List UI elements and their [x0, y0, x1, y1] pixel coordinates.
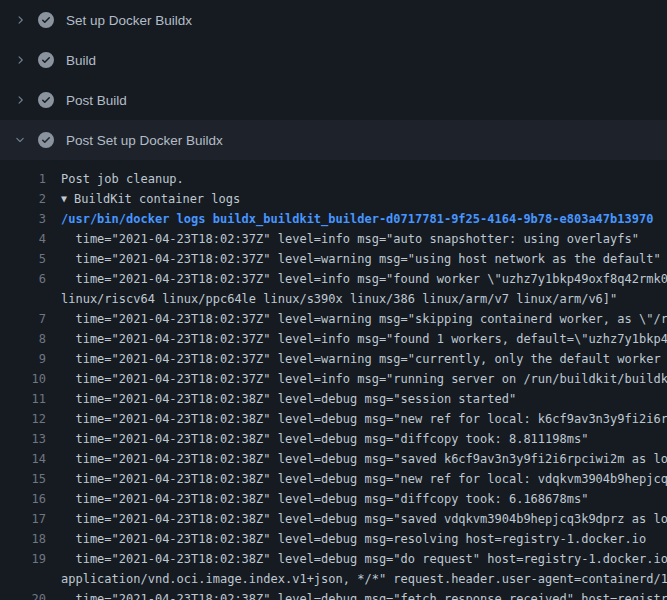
log-line: 20 time="2021-04-23T18:02:38Z" level=deb…: [0, 589, 667, 600]
log-line: 4 time="2021-04-23T18:02:37Z" level=info…: [0, 229, 667, 249]
collapse-triangle-icon: ▼: [61, 189, 67, 209]
line-number[interactable]: 16: [0, 489, 46, 509]
log-text: time="2021-04-23T18:02:37Z" level=warnin…: [61, 349, 667, 369]
log-line: 8 time="2021-04-23T18:02:37Z" level=info…: [0, 329, 667, 349]
log-line: 15 time="2021-04-23T18:02:38Z" level=deb…: [0, 469, 667, 489]
log-line: 9 time="2021-04-23T18:02:37Z" level=warn…: [0, 349, 667, 369]
step-header-build[interactable]: Build: [0, 40, 667, 80]
check-circle-icon: [38, 12, 54, 28]
line-number[interactable]: 6: [0, 269, 46, 289]
log-line-continuation: linux/riscv64 linux/ppc64le linux/s390x …: [0, 289, 667, 309]
log-text: time="2021-04-23T18:02:38Z" level=debug …: [61, 529, 646, 549]
line-number[interactable]: 20: [0, 589, 46, 600]
log-line: 17 time="2021-04-23T18:02:38Z" level=deb…: [0, 509, 667, 529]
line-number[interactable]: 1: [0, 169, 46, 189]
line-number[interactable]: 14: [0, 449, 46, 469]
log-line: 18 time="2021-04-23T18:02:38Z" level=deb…: [0, 529, 667, 549]
log-line: 13 time="2021-04-23T18:02:38Z" level=deb…: [0, 429, 667, 449]
check-circle-icon: [38, 92, 54, 108]
line-number[interactable]: 7: [0, 309, 46, 329]
step-label: Post Set up Docker Buildx: [66, 133, 223, 148]
log-text: time="2021-04-23T18:02:37Z" level=info m…: [61, 269, 667, 289]
log-line: 6 time="2021-04-23T18:02:37Z" level=info…: [0, 269, 667, 289]
log-line: 3/usr/bin/docker logs buildx_buildkit_bu…: [0, 209, 667, 229]
line-number[interactable]: 9: [0, 349, 46, 369]
log-line: 14 time="2021-04-23T18:02:38Z" level=deb…: [0, 449, 667, 469]
log-text: application/vnd.oci.image.index.v1+json,…: [61, 569, 667, 589]
log-text: time="2021-04-23T18:02:38Z" level=debug …: [61, 549, 667, 569]
chevron-down-icon: [12, 132, 28, 148]
line-number[interactable]: 15: [0, 469, 46, 489]
log-text: time="2021-04-23T18:02:38Z" level=debug …: [61, 389, 516, 409]
log-text: time="2021-04-23T18:02:38Z" level=debug …: [61, 589, 667, 600]
step-header-post-set-up-docker-buildx[interactable]: Post Set up Docker Buildx: [0, 120, 667, 160]
check-circle-icon: [38, 132, 54, 148]
log-line: 19 time="2021-04-23T18:02:38Z" level=deb…: [0, 549, 667, 569]
chevron-right-icon: [12, 12, 28, 28]
line-number[interactable]: 17: [0, 509, 46, 529]
log-line: 12 time="2021-04-23T18:02:38Z" level=deb…: [0, 409, 667, 429]
chevron-right-icon: [12, 52, 28, 68]
line-number[interactable]: 3: [0, 209, 46, 229]
line-number: [0, 289, 46, 309]
step-header-post-build[interactable]: Post Build: [0, 80, 667, 120]
log-line: 5 time="2021-04-23T18:02:37Z" level=warn…: [0, 249, 667, 269]
log-text: time="2021-04-23T18:02:38Z" level=debug …: [61, 469, 667, 489]
line-number[interactable]: 12: [0, 409, 46, 429]
line-number[interactable]: 13: [0, 429, 46, 449]
line-number: [0, 569, 46, 589]
log-text: time="2021-04-23T18:02:37Z" level=info m…: [61, 369, 667, 389]
log-line: 2▼BuildKit container logs: [0, 189, 667, 209]
log-text: linux/riscv64 linux/ppc64le linux/s390x …: [61, 289, 617, 309]
step-label: Post Build: [66, 93, 127, 108]
log-line-continuation: application/vnd.oci.image.index.v1+json,…: [0, 569, 667, 589]
log-text: time="2021-04-23T18:02:38Z" level=debug …: [61, 489, 588, 509]
line-number[interactable]: 19: [0, 549, 46, 569]
chevron-right-icon: [12, 92, 28, 108]
group-toggle[interactable]: ▼BuildKit container logs: [61, 189, 240, 209]
line-number[interactable]: 2: [0, 189, 46, 209]
log-text: time="2021-04-23T18:02:37Z" level=info m…: [61, 229, 639, 249]
log-line: 16 time="2021-04-23T18:02:38Z" level=deb…: [0, 489, 667, 509]
check-circle-icon: [38, 52, 54, 68]
line-number[interactable]: 18: [0, 529, 46, 549]
log-text: time="2021-04-23T18:02:38Z" level=debug …: [61, 509, 667, 529]
line-number[interactable]: 10: [0, 369, 46, 389]
log-text: time="2021-04-23T18:02:37Z" level=warnin…: [61, 249, 661, 269]
steps-list: Set up Docker BuildxBuildPost BuildPost …: [0, 0, 667, 160]
log-text: time="2021-04-23T18:02:38Z" level=debug …: [61, 409, 667, 429]
command-text: /usr/bin/docker logs buildx_buildkit_bui…: [61, 209, 653, 229]
group-label: BuildKit container logs: [74, 192, 240, 206]
log-line: 1Post job cleanup.: [0, 169, 667, 189]
log-text: time="2021-04-23T18:02:38Z" level=debug …: [61, 449, 667, 469]
line-number[interactable]: 11: [0, 389, 46, 409]
log-text: time="2021-04-23T18:02:37Z" level=info m…: [61, 329, 667, 349]
step-header-set-up-docker-buildx[interactable]: Set up Docker Buildx: [0, 0, 667, 40]
log-line: 10 time="2021-04-23T18:02:37Z" level=inf…: [0, 369, 667, 389]
line-number[interactable]: 4: [0, 229, 46, 249]
log-line: 11 time="2021-04-23T18:02:38Z" level=deb…: [0, 389, 667, 409]
step-label: Build: [66, 53, 96, 68]
log-text: time="2021-04-23T18:02:37Z" level=warnin…: [61, 309, 667, 329]
log-viewer: 1Post job cleanup.2▼BuildKit container l…: [0, 160, 667, 600]
log-text: Post job cleanup.: [61, 169, 184, 189]
log-text: time="2021-04-23T18:02:38Z" level=debug …: [61, 429, 588, 449]
line-number[interactable]: 5: [0, 249, 46, 269]
step-label: Set up Docker Buildx: [66, 13, 192, 28]
line-number[interactable]: 8: [0, 329, 46, 349]
log-line: 7 time="2021-04-23T18:02:37Z" level=warn…: [0, 309, 667, 329]
